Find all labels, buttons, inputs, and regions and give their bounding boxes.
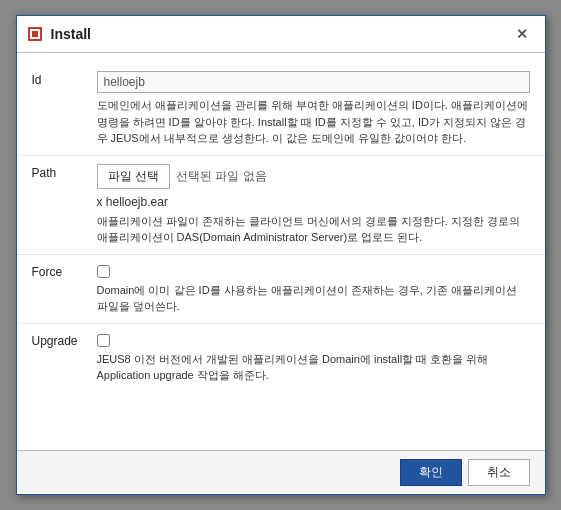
path-content: 파일 선택 선택된 파일 없음 x helloejb.ear 애플리케이션 파일… xyxy=(97,164,530,246)
force-content: Domain에 이미 같은 ID를 사용하는 애플리케이션이 존재하는 경우, … xyxy=(97,263,530,315)
upgrade-content: JEUS8 이전 버전에서 개발된 애플리케이션을 Domain에 instal… xyxy=(97,332,530,384)
app-icon xyxy=(27,26,43,42)
close-button[interactable]: ✕ xyxy=(511,24,533,44)
upgrade-checkbox[interactable] xyxy=(97,334,110,347)
force-label: Force xyxy=(32,263,97,279)
dialog-footer: 확인 취소 xyxy=(17,450,545,494)
force-checkbox[interactable] xyxy=(97,265,110,278)
install-dialog: Install ✕ Id 도메인에서 애플리케이션을 관리를 위해 부여한 애플… xyxy=(16,15,546,495)
cancel-button[interactable]: 취소 xyxy=(468,459,530,486)
id-desc: 도메인에서 애플리케이션을 관리를 위해 부여한 애플리케이션의 ID이다. 애… xyxy=(97,97,530,147)
force-field-row: Force Domain에 이미 같은 ID를 사용하는 애플리케이션이 존재하… xyxy=(17,255,545,324)
dialog-content: Id 도메인에서 애플리케이션을 관리를 위해 부여한 애플리케이션의 ID이다… xyxy=(17,53,545,450)
path-field-row: Path 파일 선택 선택된 파일 없음 x helloejb.ear 애플리케… xyxy=(17,156,545,255)
id-field-row: Id 도메인에서 애플리케이션을 관리를 위해 부여한 애플리케이션의 ID이다… xyxy=(17,63,545,156)
upgrade-label: Upgrade xyxy=(32,332,97,348)
dialog-title: Install xyxy=(51,26,91,42)
force-desc: Domain에 이미 같은 ID를 사용하는 애플리케이션이 존재하는 경우, … xyxy=(97,282,530,315)
no-file-label: 선택된 파일 없음 xyxy=(176,168,267,185)
path-desc: 애플리케이션 파일이 존재하는 클라이언트 머신에서의 경로를 지정한다. 지정… xyxy=(97,213,530,246)
id-input[interactable] xyxy=(97,71,530,93)
title-bar: Install ✕ xyxy=(17,16,545,53)
id-content: 도메인에서 애플리케이션을 관리를 위해 부여한 애플리케이션의 ID이다. 애… xyxy=(97,71,530,147)
confirm-button[interactable]: 확인 xyxy=(400,459,462,486)
file-path-value: x helloejb.ear xyxy=(97,195,530,209)
id-label: Id xyxy=(32,71,97,87)
upgrade-desc: JEUS8 이전 버전에서 개발된 애플리케이션을 Domain에 instal… xyxy=(97,351,530,384)
file-select-button[interactable]: 파일 선택 xyxy=(97,164,170,189)
svg-rect-2 xyxy=(32,31,38,37)
path-label: Path xyxy=(32,164,97,180)
upgrade-field-row: Upgrade JEUS8 이전 버전에서 개발된 애플리케이션을 Domain… xyxy=(17,324,545,392)
